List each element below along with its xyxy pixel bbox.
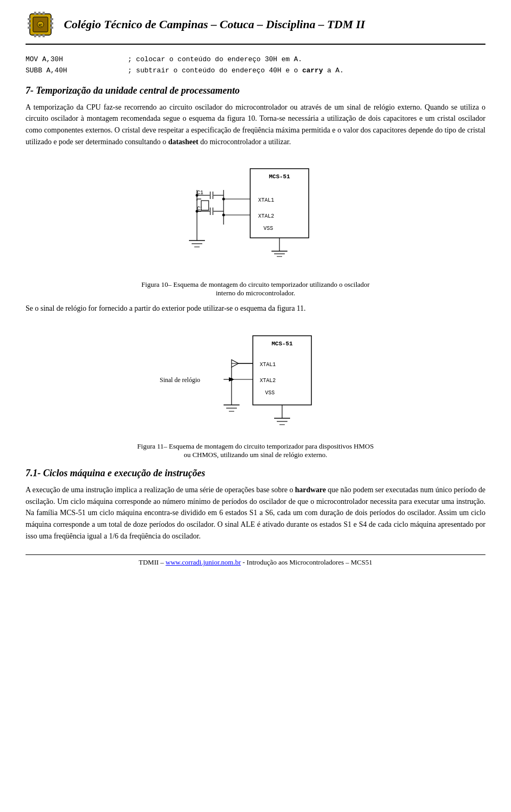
svg-text:XTAL2: XTAL2 (258, 213, 274, 219)
footer-url[interactable]: www.corradi.junior.nom.br (166, 558, 241, 566)
datasheet-bold: datasheet (168, 138, 199, 146)
svg-text:VSS: VSS (263, 226, 273, 231)
figure11-caption: Figura 11– Esquema de montagem do circui… (137, 442, 374, 459)
svg-rect-13 (50, 27, 53, 29)
figure10-svg: MCS-51 XTAL1 XTAL2 VSS C1 (165, 158, 346, 275)
svg-rect-5 (34, 34, 36, 37)
figure11-caption-line1: Figura 11– Esquema de montagem do circui… (137, 442, 374, 450)
svg-text:Sinal de relógio: Sinal de relógio (160, 376, 200, 384)
svg-rect-12 (50, 22, 53, 24)
code-line-2: SUBB A,40H ; subtrair o conteúdo do ende… (26, 65, 485, 77)
figure10-container: MCS-51 XTAL1 XTAL2 VSS C1 (26, 158, 485, 297)
svg-rect-2 (34, 12, 36, 15)
svg-point-50 (196, 210, 199, 213)
footer: TDMII – www.corradi.junior.nom.br - Intr… (26, 554, 485, 567)
svg-rect-8 (28, 18, 31, 20)
svg-rect-7 (43, 34, 45, 37)
svg-rect-9 (28, 22, 31, 24)
figure10-caption-line1: Figura 10– Esquema de montagem do circui… (142, 280, 370, 288)
figure11-svg: MCS-51 XTAL1 XTAL2 VSS Sinal de relógio (154, 325, 357, 437)
svg-rect-4 (43, 12, 45, 15)
section71-para-cont: que não podem ser executadas num único p… (26, 486, 485, 540)
svg-point-48 (222, 214, 225, 217)
code-comment-2: ; subtrair o conteúdo do endereço 40H e … (128, 65, 344, 77)
figure10-caption-line2: interno do microcontrolador. (216, 289, 295, 297)
svg-text:XTAL1: XTAL1 (258, 197, 274, 203)
svg-text:IC: IC (39, 23, 43, 27)
code-cmd-2: SUBB A,40H (26, 65, 121, 77)
section7-para-end: do microcontrolador a utilizar. (200, 138, 291, 146)
figure11-container: MCS-51 XTAL1 XTAL2 VSS Sinal de relógio (26, 325, 485, 459)
section7-para: A temporização da CPU faz-se recorrendo … (26, 102, 485, 148)
hardware-bold: hardware (295, 486, 326, 494)
figure10-caption: Figura 10– Esquema de montagem do circui… (142, 280, 370, 297)
section71-para-text: A execução de uma instrução implica a re… (26, 486, 293, 494)
code-comment-2-text: ; subtrair o conteúdo do endereço 40H e … (128, 67, 298, 74)
section71-heading: 7.1- Ciclos máquina e execução de instru… (26, 468, 485, 479)
svg-text:XTAL2: XTAL2 (260, 378, 276, 384)
para-between-figures: Se o sinal de relógio for fornecido a pa… (26, 303, 485, 314)
code-comment-2-end: a A. (327, 67, 344, 74)
svg-rect-11 (50, 18, 53, 20)
footer-suffix: - Introdução aos Microcontroladores – MC… (243, 558, 373, 566)
school-logo: IC (26, 10, 55, 39)
svg-text:VSS: VSS (265, 390, 275, 396)
header-title: Colégio Técnico de Campinas – Cotuca – D… (64, 18, 365, 31)
figure11-caption-line2: ou CHMOS, utilizando um sinal de relógio… (184, 451, 327, 459)
svg-rect-3 (38, 12, 40, 15)
code-cmd-1: MOV A,30H (26, 54, 121, 65)
svg-point-49 (196, 194, 199, 197)
carry-bold: carry (302, 67, 323, 74)
svg-rect-43 (201, 201, 209, 210)
section71-para: A execução de uma instrução implica a re… (26, 484, 485, 542)
svg-text:MCS-51: MCS-51 (271, 341, 293, 347)
code-comment-1: ; colocar o conteúdo do endereço 30H em … (128, 54, 302, 65)
section7-heading: 7- Temporização da unidade central de pr… (26, 85, 485, 96)
code-block: MOV A,30H ; colocar o conteúdo do endere… (26, 54, 485, 77)
page: IC Colégio Técnico de Campinas – Cotuca … (0, 0, 511, 812)
svg-rect-10 (28, 27, 31, 29)
svg-text:XTAL1: XTAL1 (260, 362, 276, 368)
header: IC Colégio Técnico de Campinas – Cotuca … (26, 10, 485, 45)
svg-rect-6 (38, 34, 40, 37)
footer-text: TDMII – (139, 558, 164, 566)
svg-point-47 (222, 198, 225, 201)
svg-text:MCS-51: MCS-51 (269, 173, 290, 180)
code-line-1: MOV A,30H ; colocar o conteúdo do endere… (26, 54, 485, 65)
